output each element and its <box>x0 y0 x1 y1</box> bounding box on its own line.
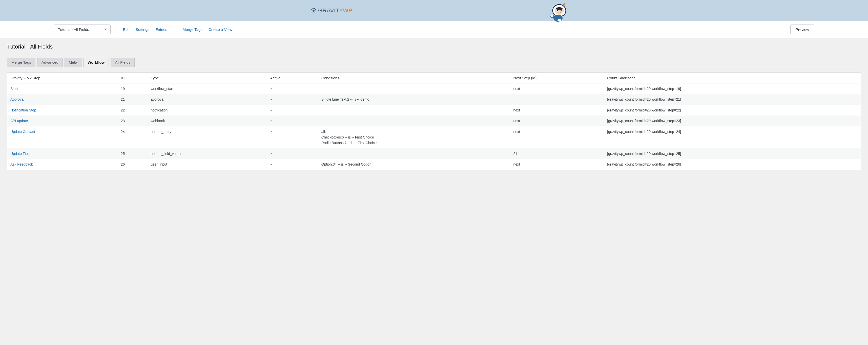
table-row: API update23webhook✓next[gravitywp_count… <box>7 115 861 126</box>
cell-conditions: all: Checkboxes:6 -- is -- First Choice … <box>319 126 511 148</box>
cell-conditions: Single Line Text:2 -- is -- demo <box>319 94 511 105</box>
nav-settings[interactable]: Settings <box>133 25 152 34</box>
cell-shortcode: [gravitywp_count formid=20 workflow_step… <box>604 126 861 148</box>
cell-active: ✓ <box>268 94 319 105</box>
tab-all-fields[interactable]: All Fields <box>111 58 135 67</box>
cell-type: workflow_start <box>148 83 268 94</box>
header: G GRAVITYWP <box>0 0 868 21</box>
svg-point-11 <box>557 19 561 22</box>
cell-type: update_entry <box>148 126 268 148</box>
form-selector-label: Tutorial - All Fields <box>58 27 89 32</box>
toolbar: Tutorial - All Fields Edit Settings Entr… <box>0 21 868 38</box>
tab-advanced[interactable]: Advanced <box>37 58 63 67</box>
cell-shortcode: [gravitywp_count formid=20 workflow_step… <box>604 105 861 115</box>
cell-shortcode: [gravitywp_count formid=20 workflow_step… <box>604 83 861 94</box>
cell-next: next <box>511 105 604 115</box>
logo-gravity: GRAVITY <box>318 7 343 14</box>
step-link[interactable]: Notification Step <box>10 108 36 112</box>
cell-shortcode: [gravitywp_count formid=20 workflow_step… <box>604 115 861 126</box>
tab-workflow[interactable]: Workflow <box>83 58 109 67</box>
cell-active: ✓ <box>268 148 319 159</box>
divider <box>240 21 240 38</box>
cell-next <box>511 94 604 105</box>
cell-conditions <box>319 105 511 115</box>
th-conditions: Conditions <box>319 73 511 83</box>
cell-type: approval <box>148 94 268 105</box>
workflow-table-container: Gravity Flow Step ID Type Active Conditi… <box>7 73 861 170</box>
cell-id: 25 <box>118 148 148 159</box>
cell-type: user_input <box>148 159 268 170</box>
cell-shortcode: [gravitywp_count formid=20 workflow_step… <box>604 94 861 105</box>
page-content: Tutorial - All Fields Merge TagsAdvanced… <box>0 38 868 176</box>
th-shortcode: Count Shortcode <box>604 73 861 83</box>
cell-active: ✓ <box>268 83 319 94</box>
th-step: Gravity Flow Step <box>7 73 118 83</box>
cell-active: ✓ <box>268 126 319 148</box>
cell-id: 21 <box>118 94 148 105</box>
cell-shortcode: [gravitywp_count formid=20 workflow_step… <box>604 148 861 159</box>
cell-active: ✓ <box>268 105 319 115</box>
cell-id: 22 <box>118 105 148 115</box>
nav-entries[interactable]: Entries <box>152 25 170 34</box>
th-type: Type <box>148 73 268 83</box>
table-row: Approval21approval✓Single Line Text:2 --… <box>7 94 861 105</box>
cell-next: next <box>511 159 604 170</box>
cell-conditions: Option:34 -- is -- Second Option <box>319 159 511 170</box>
cell-conditions <box>319 115 511 126</box>
divider <box>175 21 175 38</box>
nav-create-view[interactable]: Create a View <box>206 25 235 34</box>
th-active: Active <box>268 73 319 83</box>
workflow-table: Gravity Flow Step ID Type Active Conditi… <box>7 73 861 170</box>
step-link[interactable]: Start <box>10 87 18 91</box>
th-next: Next Step (id) <box>511 73 604 83</box>
astronaut-mascot-icon <box>545 3 568 23</box>
logo: G GRAVITYWP <box>311 7 352 14</box>
table-row: Update Contact24update_entry✓all: Checkb… <box>7 126 861 148</box>
svg-text:G: G <box>313 10 314 12</box>
cell-id: 24 <box>118 126 148 148</box>
cell-conditions <box>319 83 511 94</box>
svg-point-7 <box>557 10 558 11</box>
step-link[interactable]: API update <box>10 119 28 123</box>
tab-meta[interactable]: Meta <box>65 58 82 67</box>
nav-merge-tags[interactable]: Merge Tags <box>180 25 206 34</box>
cell-type: update_field_values <box>148 148 268 159</box>
nav-edit[interactable]: Edit <box>120 25 133 34</box>
step-link[interactable]: Update Fields <box>10 152 32 156</box>
cell-next: 21 <box>511 148 604 159</box>
cell-active: ✓ <box>268 159 319 170</box>
logo-text: GRAVITYWP <box>318 7 352 14</box>
cell-id: 26 <box>118 159 148 170</box>
cell-shortcode: [gravitywp_count formid=20 workflow_step… <box>604 159 861 170</box>
cell-conditions <box>319 148 511 159</box>
tabs: Merge TagsAdvancedMetaWorkflowAll Fields <box>7 58 861 67</box>
cell-id: 23 <box>118 115 148 126</box>
cell-type: notification <box>148 105 268 115</box>
step-link[interactable]: Approval <box>10 97 24 101</box>
cell-next: next <box>511 83 604 94</box>
th-id: ID <box>118 73 148 83</box>
svg-point-3 <box>564 3 565 5</box>
svg-point-10 <box>551 15 553 17</box>
tab-merge-tags[interactable]: Merge Tags <box>7 58 35 67</box>
cell-type: webhook <box>148 115 268 126</box>
form-selector[interactable]: Tutorial - All Fields <box>54 25 111 34</box>
cell-next: next <box>511 115 604 126</box>
preview-button[interactable]: Preview <box>790 25 814 34</box>
table-row: Start19workflow_start✓next[gravitywp_cou… <box>7 83 861 94</box>
step-link[interactable]: Update Contact <box>10 130 35 134</box>
table-row: Update Fields25update_field_values✓21[gr… <box>7 148 861 159</box>
table-row: Ask Feedback26user_input✓Option:34 -- is… <box>7 159 861 170</box>
table-row: Notification Step22notification✓next[gra… <box>7 105 861 115</box>
chevron-down-icon <box>104 27 107 32</box>
logo-wp: WP <box>343 7 352 14</box>
step-link[interactable]: Ask Feedback <box>10 162 33 166</box>
cell-id: 19 <box>118 83 148 94</box>
cell-active: ✓ <box>268 115 319 126</box>
page-title: Tutorial - All Fields <box>7 43 861 50</box>
gear-icon: G <box>311 8 317 14</box>
cell-next: next <box>511 126 604 148</box>
